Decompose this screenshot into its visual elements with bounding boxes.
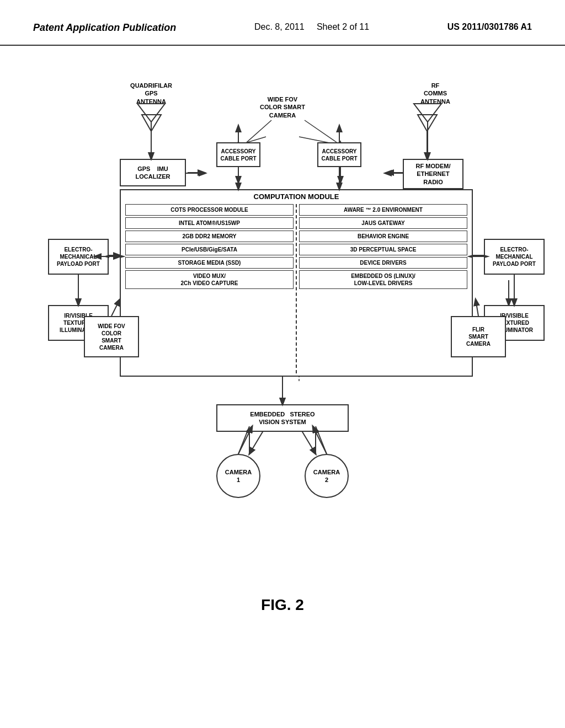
svg-line-54	[111, 299, 120, 316]
svg-marker-2	[418, 115, 437, 131]
svg-line-36	[305, 120, 337, 142]
flir-box: FLIRSMARTCAMERA	[451, 316, 506, 357]
figure-label: FIG. 2	[34, 596, 531, 614]
acc-cable-right-box: ACCESSORYCABLE PORT	[317, 142, 361, 167]
gps-imu-box: GPS IMULOCALIZER	[120, 159, 186, 186]
wide-fov-top-label: WIDE FOVCOLOR SMARTCAMERA	[244, 95, 321, 119]
electro-mech-right: ELECTRO-MECHANICALPAYLOAD PORT	[484, 239, 545, 275]
sheet: Sheet 2 of 11	[317, 22, 369, 31]
patent-number: US 2011/0301786 A1	[447, 22, 532, 32]
diagram: GPS IMULOCALIZER RF MODEM/ETHERNETRADIO …	[34, 51, 531, 630]
camera1-circle: CAMERA1	[216, 454, 260, 498]
publication-title: Patent Application Publication	[33, 22, 176, 34]
svg-line-55	[476, 299, 478, 316]
camera2-circle: CAMERA2	[305, 454, 349, 498]
svg-line-35	[247, 120, 271, 142]
rf-antenna-label: RFCOMMSANTENNA	[411, 82, 460, 105]
svg-marker-0	[142, 115, 161, 131]
wide-fov-bottom-box: WIDE FOVCOLORSMARTCAMERA	[84, 316, 139, 357]
computation-module-outer: COMPUTATION MODULE COTS PROCESSOR MODULE…	[120, 189, 473, 377]
date: Dec. 8, 2011	[254, 22, 305, 31]
electro-mech-left: ELECTRO-MECHANICALPAYLOAD PORT	[48, 239, 109, 275]
acc-cable-left-box: ACCESSORYCABLE PORT	[216, 142, 260, 167]
rf-modem-box: RF MODEM/ETHERNETRADIO	[403, 159, 463, 189]
embedded-stereo-box: EMBEDDED STEREOVISION SYSTEM	[216, 404, 349, 432]
header: Patent Application Publication Dec. 8, 2…	[0, 0, 565, 46]
page: Patent Application Publication Dec. 8, 2…	[0, 0, 565, 728]
header-center: Dec. 8, 2011 Sheet 2 of 11	[254, 22, 369, 32]
svg-marker-25	[137, 104, 165, 122]
svg-marker-27	[414, 104, 441, 122]
gps-antenna-label: QUADRIFILARGPSANTENNA	[124, 82, 179, 105]
